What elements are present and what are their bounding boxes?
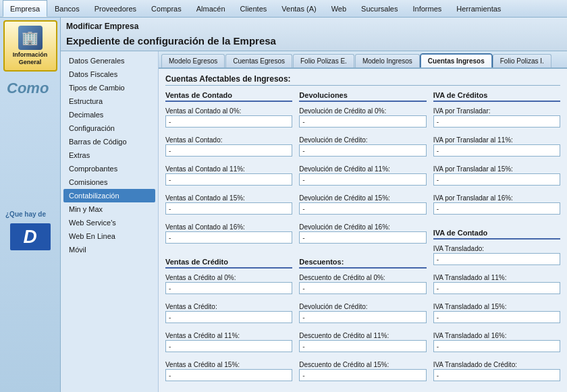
field-devolucion: Devolución de Crédito: bbox=[299, 136, 426, 159]
nav-movil[interactable]: Móvil bbox=[61, 243, 158, 256]
input-iva-transladar[interactable] bbox=[433, 115, 560, 128]
input-descuento-11[interactable] bbox=[299, 340, 426, 352]
label-ventas-contado-16: Ventas al Contado al 16%: bbox=[165, 223, 292, 231]
field-devolucion-0: Devolución de Crédito al 0%: bbox=[299, 107, 426, 130]
input-ventas-contado-16[interactable] bbox=[165, 231, 292, 244]
input-ventas-contado[interactable] bbox=[165, 144, 292, 157]
label-credito-11: Ventas a Crédito al 11%: bbox=[165, 332, 292, 339]
menu-proveedores[interactable]: Proveedores bbox=[87, 0, 144, 17]
field-iva-transladar: IVA por Transladar: bbox=[433, 107, 560, 130]
nav-min-max[interactable]: Min y Max bbox=[61, 202, 158, 216]
nav-datos-generales[interactable]: Datos Generales bbox=[61, 54, 158, 67]
input-iva-transladado-credito[interactable] bbox=[433, 369, 560, 381]
label-ventas-contado-11: Ventas al Contado al 11%: bbox=[165, 165, 292, 173]
nav-comprobantes[interactable]: Comprobantes bbox=[61, 162, 158, 175]
tab-folio-polizas-i[interactable]: Folio Polizas I. bbox=[493, 54, 551, 67]
label-credito: Ventas a Crédito: bbox=[165, 303, 292, 310]
input-iva-transladado-15[interactable] bbox=[433, 311, 560, 323]
input-credito[interactable] bbox=[165, 311, 292, 323]
menu-informes[interactable]: Informes bbox=[405, 0, 449, 17]
input-devolucion[interactable] bbox=[299, 144, 426, 157]
nav-estructura[interactable]: Estructura bbox=[61, 94, 158, 108]
tab-folio-polizas-e[interactable]: Folio Polizas E. bbox=[293, 54, 354, 67]
label-descuento-0: Descuento de Crédito al 0%: bbox=[299, 274, 426, 281]
menu-compras[interactable]: Compras bbox=[144, 0, 189, 17]
field-descuento-15: Descuento de Crédito al 15%: bbox=[299, 361, 426, 383]
tab-cuentas-egresos[interactable]: Cuentas Egresos bbox=[225, 54, 292, 67]
sidebar-como-text: Como bbox=[1, 73, 59, 100]
main-header: Modificar Empresa Expediente de configur… bbox=[61, 18, 567, 51]
menu-ventas[interactable]: Ventas (A) bbox=[274, 0, 323, 17]
tab-cuentas-ingresos[interactable]: Cuentas Ingresos bbox=[421, 54, 492, 69]
field-credito: Ventas a Crédito: bbox=[165, 303, 292, 325]
input-devolucion-credito2[interactable] bbox=[299, 311, 426, 323]
field-descuento-0: Descuento de Crédito al 0%: bbox=[299, 274, 426, 296]
input-credito-11[interactable] bbox=[165, 340, 292, 352]
nav-tipos-cambio[interactable]: Tipos de Cambio bbox=[61, 81, 158, 94]
menu-herramientas[interactable]: Herramientas bbox=[449, 0, 508, 17]
menu-bancos[interactable]: Bancos bbox=[47, 0, 87, 17]
input-iva-transladado[interactable] bbox=[433, 253, 560, 265]
section-title: Cuentas Afectables de Ingresos: bbox=[165, 74, 560, 86]
menu-empresa[interactable]: Empresa bbox=[3, 0, 47, 17]
nav-web-services[interactable]: Web Service's bbox=[61, 216, 158, 229]
col1-header2: Ventas de Crédito bbox=[165, 258, 292, 269]
empresa-icon: 🏢 bbox=[18, 26, 43, 50]
input-descuento-0[interactable] bbox=[299, 282, 426, 294]
label-devolucion-0: Devolución de Crédito al 0%: bbox=[299, 107, 426, 115]
field-iva-transladar-15: IVA por Transladar al 15%: bbox=[433, 165, 560, 188]
input-ventas-contado-15[interactable] bbox=[165, 202, 292, 215]
nav-web-en-linea[interactable]: Web En Linea bbox=[61, 229, 158, 243]
col2-header2: Descuentos: bbox=[299, 258, 426, 269]
input-iva-transladar-11[interactable] bbox=[433, 144, 560, 157]
input-ventas-contado-11[interactable] bbox=[165, 173, 292, 186]
input-iva-transladado-16[interactable] bbox=[433, 340, 560, 352]
label-iva-transladar-16: IVA por Transladar al 16%: bbox=[433, 194, 560, 202]
menu-almacen[interactable]: Almacén bbox=[189, 0, 233, 17]
left-nav: Datos Generales Datos Fiscales Tipos de … bbox=[61, 51, 159, 392]
field-iva-transladado-credito: IVA Transladado de Crédito: bbox=[433, 361, 560, 383]
label-ventas-contado-0: Ventas al Contado al 0%: bbox=[165, 107, 292, 115]
label-iva-transladado-16: IVA Transladado al 16%: bbox=[433, 332, 560, 339]
input-devolucion-15[interactable] bbox=[299, 202, 426, 215]
label-iva-transladar-11: IVA por Transladar al 11%: bbox=[433, 136, 560, 144]
nav-datos-fiscales[interactable]: Datos Fiscales bbox=[61, 67, 158, 81]
nav-comisiones[interactable]: Comisiones bbox=[61, 175, 158, 189]
nav-decimales[interactable]: Decimales bbox=[61, 108, 158, 121]
label-credito-15: Ventas a Crédito al 15%: bbox=[165, 361, 292, 368]
field-iva-transladado-11: IVA Transladado al 11%: bbox=[433, 274, 560, 296]
input-iva-transladar-15[interactable] bbox=[433, 173, 560, 186]
label-devolucion: Devolución de Crédito: bbox=[299, 136, 426, 144]
input-credito-15[interactable] bbox=[165, 369, 292, 381]
label-devolucion-15: Devolución de Crédito al 15%: bbox=[299, 194, 426, 202]
input-devolucion-11[interactable] bbox=[299, 173, 426, 186]
input-iva-transladado-11[interactable] bbox=[433, 282, 560, 294]
col3-header: IVA de Créditos bbox=[433, 91, 560, 102]
nav-extras[interactable]: Extras bbox=[61, 148, 158, 162]
label-descuento-15: Descuento de Crédito al 15%: bbox=[299, 361, 426, 368]
nav-configuracion[interactable]: Configuración bbox=[61, 121, 158, 135]
menu-web[interactable]: Web bbox=[324, 0, 354, 17]
tab-modelo-egresos[interactable]: Modelo Egresos bbox=[161, 54, 225, 67]
field-iva-transladado-15: IVA Transladado al 15%: bbox=[433, 303, 560, 325]
label-ventas-contado-15: Ventas al Contado al 15%: bbox=[165, 194, 292, 202]
main-area: Modificar Empresa Expediente de configur… bbox=[61, 18, 567, 392]
label-devolucion-11: Devolución de Crédito al 11%: bbox=[299, 165, 426, 173]
input-devolucion-16[interactable] bbox=[299, 231, 426, 244]
tab-modelo-ingresos[interactable]: Modelo Ingresos bbox=[355, 54, 420, 67]
nav-barras-codigo[interactable]: Barras de Código bbox=[61, 135, 158, 148]
col2-header: Devoluciones bbox=[299, 91, 426, 102]
input-credito-0[interactable] bbox=[165, 282, 292, 294]
label-iva-transladar-15: IVA por Transladar al 15%: bbox=[433, 165, 560, 173]
field-devolucion-16: Devolución de Crédito al 16%: bbox=[299, 223, 426, 246]
input-ventas-contado-0[interactable] bbox=[165, 115, 292, 128]
btn-informacion-general[interactable]: 🏢 Información General bbox=[3, 20, 57, 72]
col3-header2: IVA de Contado bbox=[433, 229, 560, 240]
menu-sucursales[interactable]: Sucursales bbox=[354, 0, 405, 17]
input-iva-transladar-16[interactable] bbox=[433, 202, 560, 215]
input-descuento-15[interactable] bbox=[299, 369, 426, 381]
input-devolucion-0[interactable] bbox=[299, 115, 426, 128]
nav-contabilizacion[interactable]: Contabilización bbox=[63, 189, 155, 202]
field-ventas-contado-16: Ventas al Contado al 16%: bbox=[165, 223, 292, 246]
menu-clientes[interactable]: Clientes bbox=[233, 0, 275, 17]
